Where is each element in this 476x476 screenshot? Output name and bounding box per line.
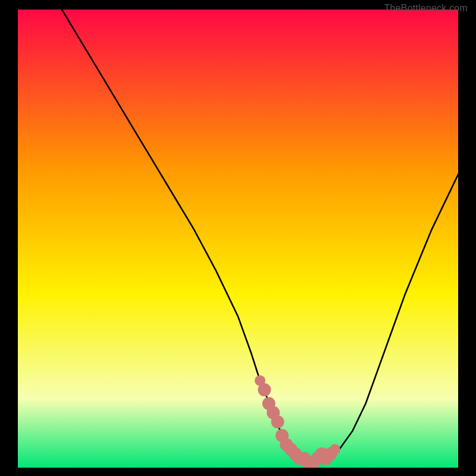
- bottleneck-curve: [62, 10, 458, 463]
- sweet-spot-markers: [255, 375, 340, 468]
- curve-layer: [18, 10, 458, 468]
- watermark-text: TheBottleneck.com: [384, 4, 468, 13]
- chart-stage: TheBottleneck.com: [0, 0, 476, 476]
- sweet-spot-dot: [271, 415, 284, 428]
- sweet-spot-dot: [330, 444, 340, 455]
- sweet-spot-dot: [258, 383, 271, 396]
- plot-area: [18, 10, 458, 468]
